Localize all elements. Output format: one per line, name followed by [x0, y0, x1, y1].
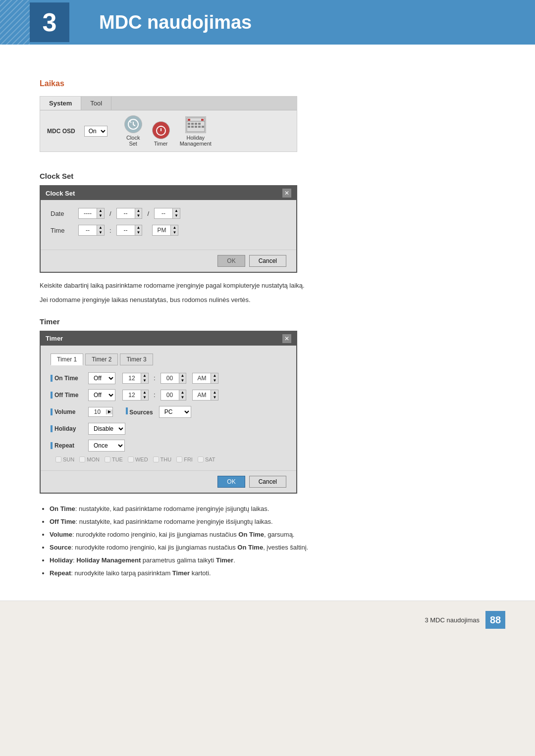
tab-system[interactable]: System	[40, 97, 81, 110]
date-year-spinbtns[interactable]: ▲ ▼	[97, 208, 104, 218]
time-min-down[interactable]: ▼	[135, 230, 142, 235]
chapter-number: 3	[30, 2, 69, 42]
date-month-down[interactable]: ▼	[135, 213, 142, 218]
on-time-hour-spinner[interactable]: 12 ▲ ▼	[122, 373, 149, 384]
time-min-spinner[interactable]: -- ▲ ▼	[116, 225, 143, 236]
on-time-ampm-up[interactable]: ▲	[211, 373, 218, 378]
time-hour-spinbtns[interactable]: ▲ ▼	[97, 225, 104, 235]
date-day-up[interactable]: ▲	[173, 208, 180, 213]
timer-cancel-button[interactable]: Cancel	[249, 476, 286, 488]
timer-body: Timer 1 Timer 2 Timer 3 On Time Off On 1…	[41, 346, 296, 470]
day-tue: TUE	[105, 456, 123, 462]
timer-icon-item[interactable]: Timer	[152, 121, 170, 147]
timer-title: Timer	[46, 335, 63, 342]
svg-rect-13	[191, 123, 194, 125]
timer-close-button[interactable]: ✕	[282, 334, 291, 343]
footer-text: 3 MDC naudojimas	[425, 616, 480, 624]
time-label: Time	[51, 227, 75, 234]
date-month-up[interactable]: ▲	[135, 208, 142, 213]
date-day-spinbtns[interactable]: ▲ ▼	[172, 208, 180, 218]
bullet-holiday: Holiday: Holiday Management parametrus g…	[50, 555, 495, 566]
day-mon: MON	[79, 456, 100, 462]
repeat-indicator	[51, 442, 53, 449]
date-year-up[interactable]: ▲	[97, 208, 104, 213]
day-tue-checkbox[interactable]	[105, 456, 110, 462]
time-ampm-up[interactable]: ▲	[171, 225, 178, 230]
clock-set-ok-button[interactable]: OK	[217, 255, 245, 267]
time-hour-spinner[interactable]: -- ▲ ▼	[78, 225, 105, 236]
on-time-indicator	[51, 375, 53, 382]
time-ampm-spinner[interactable]: PM ▲ ▼	[152, 225, 178, 236]
volume-spinner[interactable]: 10 ▶	[88, 407, 113, 417]
on-time-min-up[interactable]: ▲	[179, 373, 186, 378]
timer-tab1[interactable]: Timer 1	[51, 353, 83, 365]
svg-rect-19	[198, 126, 201, 128]
on-time-select[interactable]: Off On	[88, 372, 115, 384]
repeat-select[interactable]: Once Daily Weekly	[88, 440, 125, 452]
clock-set-cancel-button[interactable]: Cancel	[249, 255, 286, 267]
date-day-spinner[interactable]: -- ▲ ▼	[154, 208, 180, 219]
holiday-icon-item[interactable]: HolidayManagement	[180, 116, 212, 147]
day-thu-checkbox[interactable]	[153, 456, 159, 462]
day-sat-checkbox[interactable]	[198, 456, 204, 462]
volume-up[interactable]: ▶	[107, 409, 112, 414]
date-row: Date ---- ▲ ▼ / -- ▲ ▼ /	[51, 208, 286, 219]
off-time-ampm-down[interactable]: ▼	[211, 395, 218, 400]
off-time-min-down[interactable]: ▼	[179, 395, 186, 400]
bullet-source-on-time: On Time	[237, 544, 263, 551]
date-year-spinner[interactable]: ---- ▲ ▼	[78, 208, 105, 219]
time-min-up[interactable]: ▲	[135, 225, 142, 230]
off-time-ampm-spinner[interactable]: AM ▲ ▼	[192, 390, 218, 401]
bullet-volume: Volume: nurodykite rodomo įrenginio, kai…	[50, 529, 495, 540]
clock-set-close-button[interactable]: ✕	[282, 189, 291, 198]
time-hour-up[interactable]: ▲	[97, 225, 104, 230]
timer-tabs: Timer 1 Timer 2 Timer 3	[51, 353, 286, 365]
date-day-down[interactable]: ▼	[173, 213, 180, 218]
on-time-ampm-down[interactable]: ▼	[211, 378, 218, 383]
bullet-on-time-bold: On Time	[50, 505, 75, 512]
timer-tab2[interactable]: Timer 2	[85, 353, 118, 365]
off-time-min-spinner[interactable]: 00 ▲ ▼	[160, 390, 187, 401]
off-time-hour-spinner[interactable]: 12 ▲ ▼	[122, 390, 149, 401]
day-wed-checkbox[interactable]	[128, 456, 134, 462]
svg-rect-20	[202, 126, 204, 128]
svg-rect-15	[198, 123, 201, 125]
timer-ok-button[interactable]: OK	[217, 476, 245, 488]
time-ampm-spinbtns[interactable]: ▲ ▼	[170, 225, 178, 235]
bullet-holiday-mgmt: Holiday Management	[76, 556, 141, 564]
on-time-ampm-spinner[interactable]: AM ▲ ▼	[192, 373, 218, 384]
day-mon-checkbox[interactable]	[79, 456, 85, 462]
clock-set-body: Date ---- ▲ ▼ / -- ▲ ▼ /	[41, 200, 296, 250]
off-time-hour-up[interactable]: ▲	[141, 390, 148, 395]
off-time-ampm-up[interactable]: ▲	[211, 390, 218, 395]
timer-tab3[interactable]: Timer 3	[120, 353, 153, 365]
bullet-list: On Time: nustatykite, kad pasirinktame r…	[40, 504, 495, 579]
off-time-label: Off Time	[51, 392, 85, 399]
on-time-min-down[interactable]: ▼	[179, 378, 186, 383]
on-time-hour-up[interactable]: ▲	[141, 373, 148, 378]
sources-select[interactable]: PC HDMI	[159, 406, 191, 418]
off-time-min-up[interactable]: ▲	[179, 390, 186, 395]
time-min-spinbtns[interactable]: ▲ ▼	[135, 225, 142, 235]
time-hour-down[interactable]: ▼	[97, 230, 104, 235]
day-sun-checkbox[interactable]	[55, 456, 61, 462]
clock-set-footer: OK Cancel	[41, 250, 296, 272]
clock-set-icon-item[interactable]: ClockSet	[124, 115, 142, 147]
off-time-select[interactable]: Off On	[88, 389, 115, 401]
date-month-spinbtns[interactable]: ▲ ▼	[135, 208, 142, 218]
on-time-label: On Time	[51, 375, 85, 382]
off-time-hour-down[interactable]: ▼	[141, 395, 148, 400]
day-checkboxes: SUN MON TUE WED THU	[55, 456, 286, 462]
date-month-value: --	[117, 209, 135, 218]
holiday-select[interactable]: Disable Enable	[88, 423, 125, 435]
tab-tool[interactable]: Tool	[81, 97, 111, 110]
mdc-osd-select[interactable]: On Off	[84, 126, 107, 137]
date-month-spinner[interactable]: -- ▲ ▼	[116, 208, 143, 219]
time-row: Time -- ▲ ▼ : -- ▲ ▼ PM	[51, 225, 286, 236]
on-time-hour-down[interactable]: ▼	[141, 378, 148, 383]
date-year-down[interactable]: ▼	[97, 213, 104, 218]
on-time-min-spinner[interactable]: 00 ▲ ▼	[160, 373, 187, 384]
day-fri-checkbox[interactable]	[176, 456, 182, 462]
clock-set-label: ClockSet	[126, 135, 140, 147]
time-ampm-down[interactable]: ▼	[171, 230, 178, 235]
